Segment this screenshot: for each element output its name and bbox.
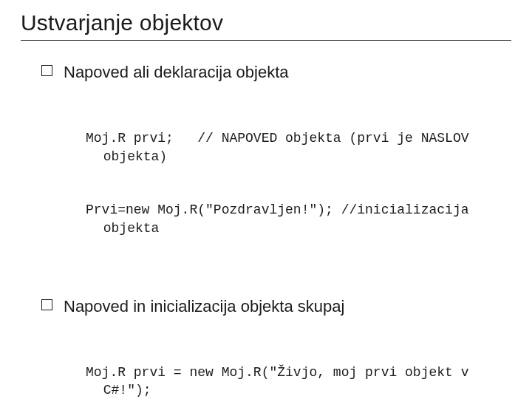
code-line: Moj.R prvi; // NAPOVED objekta (prvi je … [86, 129, 511, 166]
slide-title: Ustvarjanje objektov [21, 10, 511, 35]
bullet-heading: Napoved in inicializacija objekta skupaj [64, 297, 344, 316]
square-bullet-icon [41, 299, 52, 310]
bullet-item: Napoved ali deklaracija objekta Moj.R pr… [41, 61, 511, 273]
square-bullet-icon [41, 65, 52, 76]
code-line: Prvi=new Moj.R("Pozdravljen!"); //inicia… [86, 201, 511, 237]
code-block: Moj.R prvi = new Moj.R("Živjo, moj prvi … [64, 327, 511, 399]
bullet-list: Napoved ali deklaracija objekta Moj.R pr… [21, 61, 511, 399]
bullet-item: Napoved in inicializacija objekta skupaj… [41, 296, 511, 399]
title-rule [21, 40, 511, 41]
code-block: Moj.R prvi; // NAPOVED objekta (prvi je … [64, 94, 511, 273]
code-line: Moj.R prvi = new Moj.R("Živjo, moj prvi … [86, 364, 511, 399]
bullet-heading: Napoved ali deklaracija objekta [64, 63, 289, 81]
slide: Ustvarjanje objektov Napoved ali deklara… [0, 0, 532, 399]
